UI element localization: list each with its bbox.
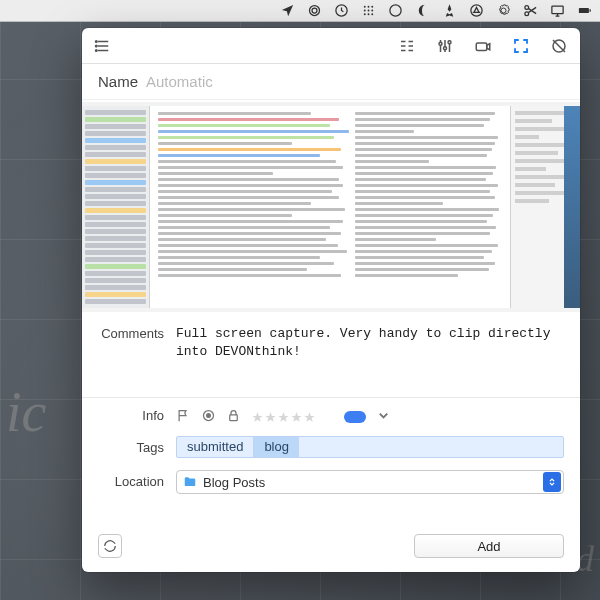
svg-point-10 — [367, 13, 369, 15]
appstore-icon[interactable] — [468, 3, 484, 19]
svg-point-9 — [363, 13, 365, 15]
comments-field[interactable] — [176, 322, 564, 382]
scissors-icon[interactable] — [522, 3, 538, 19]
name-placeholder: Automatic — [146, 73, 213, 90]
macos-menubar — [0, 0, 600, 22]
location-label: Location — [98, 470, 176, 494]
svg-rect-17 — [578, 8, 588, 13]
svg-point-22 — [439, 42, 442, 45]
svg-point-12 — [389, 5, 400, 16]
sliders-icon[interactable] — [434, 35, 456, 57]
svg-point-4 — [367, 6, 369, 8]
indent-icon[interactable] — [396, 35, 418, 57]
refresh-button[interactable] — [98, 534, 122, 558]
svg-point-8 — [371, 10, 373, 12]
target-icon[interactable] — [548, 35, 570, 57]
select-stepper-icon[interactable] — [543, 472, 561, 492]
list-view-icon[interactable] — [92, 35, 114, 57]
svg-point-1 — [312, 8, 317, 13]
comments-label: Comments — [98, 322, 176, 346]
location-row: Location Blog Posts — [98, 470, 564, 494]
svg-point-7 — [367, 10, 369, 12]
grid-icon[interactable] — [360, 3, 376, 19]
info-label: Info — [98, 404, 176, 428]
chevron-down-icon[interactable] — [376, 408, 391, 426]
svg-point-5 — [371, 6, 373, 8]
svg-point-0 — [309, 6, 319, 16]
name-row[interactable]: Name Automatic — [82, 64, 580, 100]
gear-icon[interactable] — [495, 3, 511, 19]
rating-stars[interactable] — [251, 411, 316, 424]
svg-point-20 — [96, 45, 98, 47]
svg-point-3 — [363, 6, 365, 8]
clipper-panel: Name Automatic — [82, 28, 580, 572]
capture-preview — [82, 102, 580, 312]
fullscreen-capture-icon[interactable] — [510, 35, 532, 57]
svg-point-28 — [207, 414, 211, 418]
wallpaper-text: ic — [6, 380, 46, 444]
svg-point-11 — [371, 13, 373, 15]
svg-point-21 — [96, 49, 98, 51]
tags-field[interactable]: submitted blog — [176, 436, 564, 458]
rocket-icon[interactable] — [441, 3, 457, 19]
svg-rect-18 — [589, 9, 590, 12]
svg-rect-29 — [230, 415, 238, 421]
svg-point-6 — [363, 10, 365, 12]
tags-label: Tags — [98, 436, 176, 460]
svg-point-19 — [96, 40, 98, 42]
tag-chip[interactable]: submitted — [177, 437, 253, 457]
color-label-pill[interactable] — [344, 411, 366, 423]
clock-icon[interactable] — [333, 3, 349, 19]
spiral-icon[interactable] — [306, 3, 322, 19]
tags-row: Tags submitted blog — [98, 436, 564, 460]
panel-footer: Add — [98, 514, 564, 558]
comments-row: Comments — [98, 322, 564, 385]
name-label: Name — [98, 73, 138, 90]
activity-icon[interactable] — [387, 3, 403, 19]
flag-icon[interactable] — [176, 408, 191, 426]
add-button[interactable]: Add — [414, 534, 564, 558]
folder-icon — [183, 475, 197, 489]
svg-rect-16 — [551, 6, 562, 14]
divider — [82, 397, 580, 398]
record-icon[interactable] — [201, 408, 216, 426]
clipper-toolbar — [82, 28, 580, 64]
location-icon[interactable] — [279, 3, 295, 19]
camera-icon[interactable] — [472, 35, 494, 57]
crescent-icon[interactable] — [414, 3, 430, 19]
svg-point-15 — [524, 12, 528, 16]
svg-point-23 — [444, 46, 447, 49]
battery-icon[interactable] — [576, 3, 592, 19]
location-select[interactable]: Blog Posts — [176, 470, 564, 494]
svg-point-24 — [448, 40, 451, 43]
info-row: Info — [98, 404, 564, 430]
svg-point-14 — [524, 6, 528, 10]
svg-rect-25 — [476, 43, 487, 51]
display-icon[interactable] — [549, 3, 565, 19]
lock-icon[interactable] — [226, 408, 241, 426]
location-value: Blog Posts — [203, 475, 265, 490]
tag-chip[interactable]: blog — [253, 437, 299, 457]
